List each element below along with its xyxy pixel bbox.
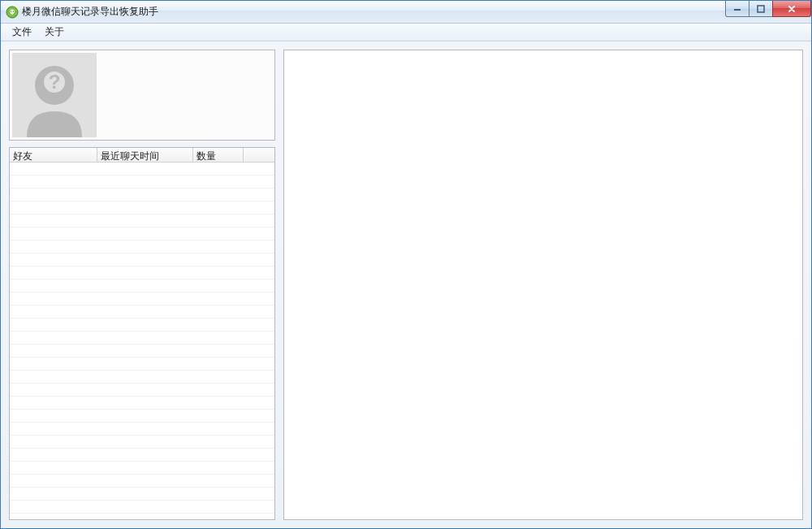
column-header-count[interactable]: 数量 bbox=[193, 148, 244, 162]
column-header-friend[interactable]: 好友 bbox=[10, 148, 97, 162]
table-row bbox=[10, 319, 274, 332]
table-row bbox=[10, 449, 274, 462]
table-row bbox=[10, 280, 274, 293]
app-icon bbox=[6, 6, 19, 19]
svg-text:?: ? bbox=[49, 71, 61, 93]
table-row bbox=[10, 423, 274, 436]
avatar-placeholder-icon: ? bbox=[12, 53, 97, 137]
table-row bbox=[10, 163, 274, 176]
svg-point-1 bbox=[11, 11, 12, 12]
menu-bar: 文件 关于 bbox=[1, 24, 811, 41]
table-row bbox=[10, 410, 274, 423]
title-bar[interactable]: 楼月微信聊天记录导出恢复助手 bbox=[1, 1, 811, 24]
column-header-lastchat[interactable]: 最近聊天时间 bbox=[97, 148, 193, 162]
table-row bbox=[10, 488, 274, 501]
table-row bbox=[10, 254, 274, 267]
menu-about[interactable]: 关于 bbox=[38, 24, 71, 41]
table-row bbox=[10, 332, 274, 345]
table-row bbox=[10, 462, 274, 475]
table-row bbox=[10, 475, 274, 488]
table-body[interactable] bbox=[10, 163, 274, 519]
table-header: 好友 最近聊天时间 数量 bbox=[10, 148, 274, 163]
table-row bbox=[10, 397, 274, 410]
table-row bbox=[10, 436, 274, 449]
minimize-button[interactable] bbox=[725, 1, 749, 17]
maximize-button[interactable] bbox=[749, 1, 773, 17]
content-area: ? 好友 最近聊天时间 数量 bbox=[1, 41, 811, 528]
friends-table: 好友 最近聊天时间 数量 bbox=[9, 147, 275, 520]
table-row bbox=[10, 241, 274, 254]
app-window: 楼月微信聊天记录导出恢复助手 文件 关于 bbox=[0, 0, 812, 529]
svg-rect-3 bbox=[734, 9, 741, 11]
avatar-box: ? bbox=[9, 50, 275, 141]
table-row bbox=[10, 306, 274, 319]
left-panel: ? 好友 最近聊天时间 数量 bbox=[9, 50, 275, 520]
svg-point-2 bbox=[13, 11, 15, 12]
chat-content-panel bbox=[283, 50, 803, 520]
table-row bbox=[10, 215, 274, 228]
table-row bbox=[10, 384, 274, 397]
table-row bbox=[10, 358, 274, 371]
column-header-spacer bbox=[244, 148, 274, 162]
table-row bbox=[10, 267, 274, 280]
window-controls bbox=[726, 1, 811, 17]
table-row bbox=[10, 202, 274, 215]
table-row bbox=[10, 345, 274, 358]
table-row bbox=[10, 371, 274, 384]
menu-file[interactable]: 文件 bbox=[6, 24, 38, 41]
svg-rect-4 bbox=[758, 6, 764, 12]
table-row bbox=[10, 189, 274, 202]
table-row bbox=[10, 228, 274, 241]
table-row bbox=[10, 501, 274, 514]
table-row bbox=[10, 293, 274, 306]
window-title: 楼月微信聊天记录导出恢复助手 bbox=[22, 5, 158, 19]
close-button[interactable] bbox=[772, 1, 811, 17]
table-row bbox=[10, 176, 274, 189]
